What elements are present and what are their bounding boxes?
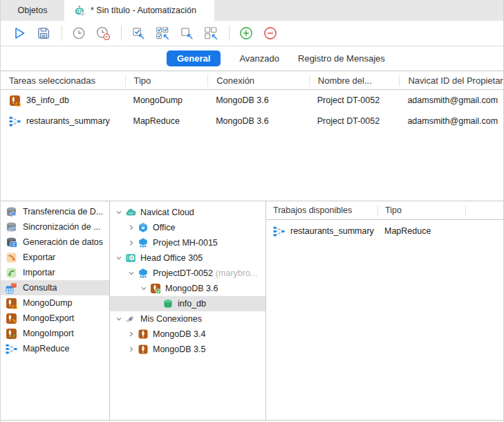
- tab-objetos-label: Objetos: [17, 6, 47, 15]
- run-icon: [12, 26, 27, 41]
- unselect-task-button[interactable]: [179, 26, 194, 41]
- column-header-tipo[interactable]: Tipo: [125, 75, 208, 86]
- list-item-mapreduce[interactable]: MapReduce: [1, 341, 109, 356]
- connections-plug-icon: [125, 313, 136, 324]
- selected-tasks-table: Tareas seleccionadas Tipo Conexión Nombr…: [1, 71, 503, 201]
- tab-avanzado[interactable]: Avanzado: [239, 53, 279, 64]
- delete-schedule-button[interactable]: [95, 26, 111, 41]
- tree-item-info-db[interactable]: info_db: [110, 296, 265, 311]
- tree-item-mongodb-36[interactable]: MongoDB 3.6: [110, 281, 265, 296]
- mongodump-icon: [6, 297, 17, 309]
- tab-general[interactable]: General: [167, 51, 221, 66]
- office-connection-icon: [138, 222, 149, 233]
- set-schedule-button[interactable]: [71, 26, 86, 41]
- select-all-tasks-icon: [155, 26, 170, 41]
- data-generation-icon: [6, 237, 17, 248]
- task-connection: MongoDB 3.6: [216, 116, 268, 126]
- tabstrip-filler: [214, 0, 503, 21]
- task-type-list: Transferencia de D... Sincronización de …: [1, 201, 110, 420]
- task-type: MapReduce: [133, 116, 180, 126]
- toolbar: [1, 21, 503, 46]
- list-item-mongoimport[interactable]: MongoImport: [1, 326, 109, 341]
- data-transfer-icon: [6, 206, 17, 218]
- task-connection: MongoDB 3.6: [216, 95, 268, 105]
- chevron-right-icon[interactable]: [127, 329, 136, 339]
- task-name: 36_info_db: [26, 95, 69, 105]
- tab-registro-de-mensajes[interactable]: Registro de Mensajes: [298, 53, 385, 64]
- delete-schedule-icon: [95, 26, 111, 41]
- column-header-trabajos-disponibles[interactable]: Trabajos disponibles: [266, 205, 377, 216]
- tree-item-owner-suffix: (marybro...: [216, 268, 257, 278]
- list-item-transferencia-de-datos[interactable]: Transferencia de D...: [1, 204, 109, 219]
- column-header-navicat-id[interactable]: Navicat ID del Propietari: [399, 75, 503, 86]
- select-task-button[interactable]: [131, 26, 146, 41]
- chevron-down-icon[interactable]: [114, 253, 124, 263]
- task-name: restaurants_summary: [26, 116, 110, 126]
- unselect-all-tasks-icon: [203, 26, 218, 41]
- task-owner: adamsmith@gmail.com: [407, 95, 498, 105]
- navicat-automation-window: Objetos * Sin título - Automatización Ge…: [0, 0, 504, 422]
- save-button[interactable]: [36, 26, 51, 41]
- add-job-button[interactable]: [239, 26, 254, 41]
- mapreduce-icon: [9, 116, 21, 127]
- task-profile: Project DT-0052: [317, 116, 380, 126]
- tree-item-mongodb-35[interactable]: MongoDB 3.5: [110, 342, 265, 357]
- mongodb-connected-icon: [150, 283, 161, 294]
- tab-automatizacion[interactable]: * Sin título - Automatización: [64, 0, 214, 21]
- table-row[interactable]: restaurants_summary MapReduce MongoDB 3.…: [1, 111, 503, 131]
- mapreduce-icon: [6, 343, 17, 355]
- column-header-conexion[interactable]: Conexión: [207, 75, 309, 86]
- tab-objetos[interactable]: Objetos: [1, 0, 64, 21]
- chevron-down-icon[interactable]: [139, 284, 149, 293]
- project-icon: [138, 268, 149, 279]
- tree-item-projectdt-0052[interactable]: ProjectDT-0052 (marybro...: [110, 266, 265, 281]
- import-icon: [6, 267, 17, 279]
- chevron-down-icon[interactable]: [114, 208, 124, 217]
- column-header-nombre-del[interactable]: Nombre del...: [309, 75, 400, 86]
- chevron-down-icon[interactable]: [127, 268, 136, 278]
- column-header-tareas-seleccionadas[interactable]: Tareas seleccionadas: [1, 75, 125, 86]
- document-tabstrip: Objetos * Sin título - Automatización: [1, 0, 503, 21]
- column-header-tipo[interactable]: Tipo: [377, 205, 465, 216]
- navicat-cloud-icon: [125, 207, 136, 218]
- available-jobs-header: Trabajos disponibles Tipo: [266, 201, 503, 220]
- tree-item-mongodb-34[interactable]: MongoDB 3.4: [110, 327, 265, 342]
- table-row[interactable]: restaurants_summary MapReduce: [266, 221, 503, 241]
- mongodump-icon: [9, 95, 21, 107]
- list-item-sincronizacion-de-datos[interactable]: Sincronización de ...: [1, 219, 109, 235]
- tree-item-head-office-305[interactable]: Head Office 305: [110, 250, 265, 266]
- chevron-right-icon[interactable]: [127, 238, 136, 248]
- selected-tasks-header: Tareas seleccionadas Tipo Conexión Nombr…: [1, 71, 503, 90]
- mapreduce-icon: [273, 226, 285, 237]
- job-type: MapReduce: [384, 226, 431, 236]
- list-item-consulta[interactable]: Consulta: [1, 280, 109, 295]
- task-profile: Project DT-0052: [317, 95, 380, 105]
- run-button[interactable]: [12, 26, 27, 41]
- tree-item-navicat-cloud[interactable]: Navicat Cloud: [110, 205, 265, 220]
- unselect-all-tasks-button[interactable]: [203, 26, 218, 41]
- tree-item-office[interactable]: Office: [110, 220, 265, 235]
- list-item-mongodump[interactable]: MongoDump: [1, 295, 109, 311]
- list-item-exportar[interactable]: Exportar: [1, 250, 109, 265]
- unselect-task-icon: [179, 26, 194, 41]
- chevron-down-icon[interactable]: [114, 314, 124, 324]
- job-name: restaurants_summary: [290, 226, 374, 236]
- table-row[interactable]: 36_info_db MongoDump MongoDB 3.6 Project…: [1, 90, 503, 111]
- remove-job-button[interactable]: [263, 26, 278, 41]
- data-sync-icon: [6, 221, 17, 233]
- tree-item-mis-conexiones[interactable]: Mis Conexiones: [110, 311, 265, 327]
- remove-job-icon: [263, 26, 278, 41]
- column-header-empty: [465, 205, 503, 216]
- task-type: MongoDump: [133, 95, 183, 105]
- mongoimport-icon: [6, 328, 17, 340]
- task-owner: adamsmith@gmail.com: [407, 116, 498, 126]
- list-item-generacion-de-datos[interactable]: Generación de datos: [1, 235, 109, 250]
- mongoexport-icon: [6, 313, 17, 324]
- bottom-split: Transferencia de D... Sincronización de …: [1, 201, 503, 421]
- chevron-right-icon[interactable]: [127, 345, 136, 354]
- list-item-mongoexport[interactable]: MongoExport: [1, 311, 109, 326]
- list-item-importar[interactable]: Importar: [1, 265, 109, 280]
- select-all-tasks-button[interactable]: [155, 26, 170, 41]
- tree-item-project-mh-0015[interactable]: Project MH-0015: [110, 235, 265, 250]
- chevron-right-icon[interactable]: [127, 223, 136, 232]
